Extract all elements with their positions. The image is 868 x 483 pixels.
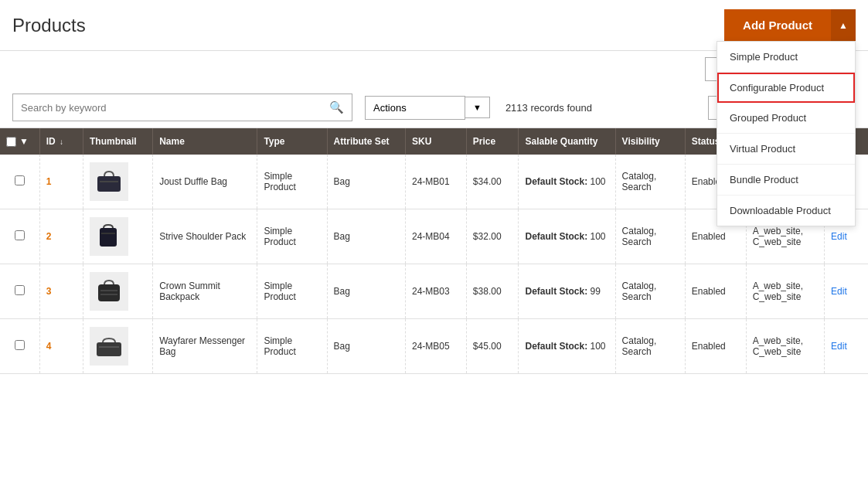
svg-rect-2 <box>100 228 117 247</box>
row-visibility-cell: Catalog, Search <box>615 209 685 264</box>
row-type-cell: Simple Product <box>257 319 327 374</box>
product-id-link[interactable]: 2 <box>46 231 52 242</box>
row-type-cell: Simple Product <box>257 264 327 319</box>
page-title: Products <box>12 15 86 36</box>
row-checkbox-cell <box>0 264 39 319</box>
bag-thumbnail-svg <box>94 166 124 197</box>
row-qty-cell: Default Stock: 100 <box>519 209 615 264</box>
th-attribute-set: Attribute Set <box>327 128 405 155</box>
th-sku: SKU <box>405 128 466 155</box>
actions-wrapper: Actions ▼ <box>365 96 490 120</box>
search-icon: 🔍 <box>329 100 344 114</box>
row-websites-cell: A_web_site, C_web_site <box>746 264 824 319</box>
select-all-checkbox[interactable] <box>6 137 16 147</box>
bag-thumbnail-svg <box>94 221 124 252</box>
row-visibility-cell: Catalog, Search <box>615 319 685 374</box>
row-price-cell: $45.00 <box>466 319 519 374</box>
row-thumbnail-cell <box>83 155 153 209</box>
row-status-cell: Enabled <box>685 319 746 374</box>
add-product-arrow-button[interactable]: ▲ <box>831 9 856 41</box>
row-websites-cell: A_web_site, C_web_site <box>746 319 824 374</box>
edit-link[interactable]: Edit <box>831 286 847 297</box>
row-thumbnail-cell <box>83 264 153 319</box>
svg-rect-0 <box>97 176 121 192</box>
row-id-cell: 1 <box>39 155 83 209</box>
svg-rect-1 <box>100 181 118 182</box>
menu-item-simple-product[interactable]: Simple Product <box>717 42 855 73</box>
row-qty-cell: Default Stock: 100 <box>519 319 615 374</box>
add-product-button[interactable]: Add Product <box>724 9 831 41</box>
row-id-cell: 3 <box>39 264 83 319</box>
menu-item-configurable-product[interactable]: Configurable Product <box>717 73 855 103</box>
edit-link[interactable]: Edit <box>831 341 847 352</box>
svg-rect-7 <box>97 342 121 356</box>
row-sku-cell: 24-MB03 <box>405 264 466 319</box>
row-thumbnail-cell <box>83 319 153 374</box>
svg-rect-6 <box>100 294 117 295</box>
row-type-cell: Simple Product <box>257 155 327 209</box>
row-name-cell: Strive Shoulder Pack <box>153 209 257 264</box>
product-thumbnail <box>90 217 128 256</box>
menu-item-downloadable-product[interactable]: Downloadable Product <box>717 196 855 226</box>
menu-item-virtual-product[interactable]: Virtual Product <box>717 134 855 165</box>
qty-label: Default Stock: <box>525 341 587 352</box>
product-id-link[interactable]: 1 <box>46 176 52 187</box>
table-row: 3 Crown Summit Backpack Simple Product B… <box>0 264 868 319</box>
row-visibility-cell: Catalog, Search <box>615 155 685 209</box>
product-id-link[interactable]: 3 <box>46 286 52 297</box>
row-attr-set-cell: Bag <box>327 155 405 209</box>
row-sku-cell: 24-MB01 <box>405 155 466 209</box>
th-visibility: Visibility <box>615 128 685 155</box>
row-action-cell: Edit <box>825 264 868 319</box>
bag-thumbnail-svg <box>94 276 124 307</box>
row-checkbox[interactable] <box>15 285 25 295</box>
search-button[interactable]: 🔍 <box>322 94 352 121</box>
product-thumbnail <box>90 272 128 311</box>
row-checkbox-cell <box>0 155 39 209</box>
product-thumbnail <box>90 162 128 201</box>
qty-label: Default Stock: <box>525 286 587 297</box>
search-input[interactable] <box>13 96 322 120</box>
row-attr-set-cell: Bag <box>327 264 405 319</box>
row-sku-cell: 24-MB04 <box>405 209 466 264</box>
page-wrapper: Products Add Product ▲ Simple Product Co… <box>0 0 868 483</box>
th-id: ID ↓ <box>39 128 83 155</box>
menu-item-grouped-product[interactable]: Grouped Product <box>717 103 855 134</box>
row-type-cell: Simple Product <box>257 209 327 264</box>
row-id-cell: 2 <box>39 209 83 264</box>
row-checkbox[interactable] <box>15 175 25 185</box>
menu-item-bundle-product[interactable]: Bundle Product <box>717 165 855 196</box>
actions-select[interactable]: Actions <box>365 96 465 120</box>
row-status-cell: Enabled <box>685 264 746 319</box>
edit-link[interactable]: Edit <box>831 231 847 242</box>
row-sku-cell: 24-MB05 <box>405 319 466 374</box>
qty-label: Default Stock: <box>525 176 587 187</box>
row-name-cell: Joust Duffle Bag <box>153 155 257 209</box>
svg-rect-4 <box>98 284 120 301</box>
row-price-cell: $38.00 <box>466 264 519 319</box>
svg-rect-5 <box>100 290 117 291</box>
row-price-cell: $34.00 <box>466 155 519 209</box>
th-checkbox: ▼ <box>0 128 39 155</box>
row-id-cell: 4 <box>39 319 83 374</box>
row-checkbox[interactable] <box>15 340 25 350</box>
row-name-cell: Crown Summit Backpack <box>153 264 257 319</box>
row-checkbox[interactable] <box>15 230 25 240</box>
th-salable-quantity: Salable Quantity <box>519 128 615 155</box>
actions-arrow-button[interactable]: ▼ <box>465 97 490 118</box>
row-qty-cell: Default Stock: 99 <box>519 264 615 319</box>
th-name: Name <box>153 128 257 155</box>
chevron-down-icon: ▼ <box>19 136 29 147</box>
product-id-link[interactable]: 4 <box>46 341 52 352</box>
row-attr-set-cell: Bag <box>327 209 405 264</box>
sort-icon-id: ↓ <box>60 138 63 146</box>
row-qty-cell: Default Stock: 100 <box>519 155 615 209</box>
row-price-cell: $32.00 <box>466 209 519 264</box>
row-thumbnail-cell <box>83 209 153 264</box>
th-price: Price <box>466 128 519 155</box>
records-count: 2113 records found <box>505 102 592 114</box>
bag-thumbnail-svg <box>94 331 124 362</box>
svg-rect-8 <box>99 346 119 348</box>
add-product-dropdown: Simple Product Configurable Product Grou… <box>717 41 856 226</box>
row-visibility-cell: Catalog, Search <box>615 264 685 319</box>
